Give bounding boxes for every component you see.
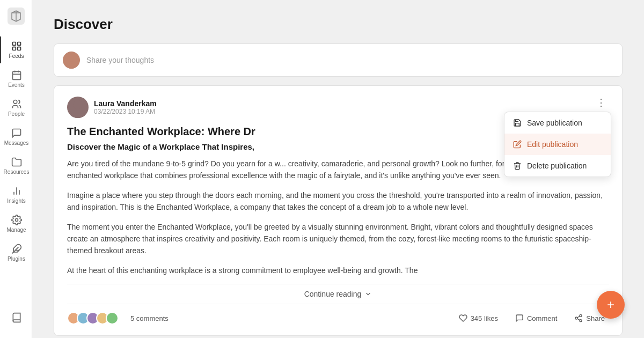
delete-icon bbox=[513, 161, 522, 170]
comment-avatars bbox=[67, 312, 119, 325]
svg-line-24 bbox=[577, 316, 580, 318]
post-card: Laura Vanderkam 03/22/2023 10:19 AM ⋮ Sa… bbox=[54, 85, 623, 336]
author-name: Laura Vanderkam bbox=[94, 99, 157, 108]
post-date: 03/22/2023 10:19 AM bbox=[94, 108, 157, 115]
author-info: Laura Vanderkam 03/22/2023 10:19 AM bbox=[94, 99, 157, 115]
svg-rect-2 bbox=[17, 42, 20, 46]
sidebar-item-events-label: Events bbox=[8, 82, 25, 88]
svg-rect-5 bbox=[12, 71, 20, 79]
svg-line-23 bbox=[577, 319, 580, 320]
create-fab[interactable]: + bbox=[597, 291, 625, 319]
post-body-4: At the heart of this enchanting workplac… bbox=[67, 264, 609, 276]
main-content: Discover Share your thoughts Laura Vande… bbox=[32, 0, 644, 338]
delete-publication-item[interactable]: Delete publication bbox=[504, 155, 611, 177]
sidebar-item-resources-label: Resources bbox=[4, 169, 30, 175]
svg-point-9 bbox=[13, 100, 17, 104]
likes-button[interactable]: 345 likes bbox=[455, 312, 502, 325]
comments-count[interactable]: 5 comments bbox=[130, 314, 169, 322]
sidebar-item-insights[interactable]: Insights bbox=[0, 181, 32, 208]
delete-publication-label: Delete publication bbox=[527, 161, 587, 170]
sidebar-item-plugins-label: Plugins bbox=[8, 256, 25, 262]
svg-point-16 bbox=[68, 54, 75, 62]
share-placeholder: Share your thoughts bbox=[86, 56, 154, 64]
author-avatar bbox=[67, 97, 89, 118]
svg-rect-1 bbox=[12, 42, 16, 46]
heart-icon bbox=[459, 314, 467, 322]
sidebar-item-insights-label: Insights bbox=[7, 198, 25, 204]
save-icon bbox=[513, 119, 522, 127]
sidebar-item-resources[interactable]: Resources bbox=[0, 152, 32, 179]
svg-point-22 bbox=[580, 320, 582, 322]
sidebar-item-people-label: People bbox=[8, 111, 25, 117]
post-body-3: The moment you enter the Enchanted Workp… bbox=[67, 221, 609, 257]
post-footer: 5 comments 345 likes Comment Share bbox=[67, 312, 609, 325]
post-body-2: Imagine a place where you step through t… bbox=[67, 189, 609, 214]
edit-icon bbox=[513, 140, 522, 149]
svg-point-17 bbox=[65, 63, 78, 69]
share-box[interactable]: Share your thoughts bbox=[54, 43, 623, 77]
sidebar-item-people[interactable]: People bbox=[0, 94, 32, 121]
sidebar-item-manage[interactable]: Manage bbox=[0, 210, 32, 237]
edit-publication-item[interactable]: Edit publication bbox=[504, 134, 611, 155]
likes-count: 345 likes bbox=[471, 314, 498, 322]
continue-reading[interactable]: Continue reading bbox=[67, 284, 609, 304]
commenter-avatar-5 bbox=[106, 312, 119, 325]
sidebar-item-messages-label: Messages bbox=[4, 140, 29, 146]
comment-label: Comment bbox=[527, 314, 557, 322]
svg-point-13 bbox=[15, 219, 18, 222]
svg-point-18 bbox=[73, 100, 83, 109]
more-options-button[interactable]: ⋮ bbox=[593, 97, 609, 108]
svg-point-20 bbox=[580, 314, 582, 317]
edit-publication-label: Edit publication bbox=[527, 140, 578, 149]
logo bbox=[6, 6, 26, 26]
comment-icon bbox=[515, 314, 524, 322]
sidebar-item-feeds-label: Feeds bbox=[9, 53, 24, 59]
sidebar-item-feeds[interactable]: Feeds bbox=[0, 36, 32, 63]
post-author: Laura Vanderkam 03/22/2023 10:19 AM bbox=[67, 97, 157, 118]
svg-point-21 bbox=[575, 317, 577, 319]
save-publication-label: Save publication bbox=[527, 119, 582, 127]
footer-actions: 345 likes Comment Share bbox=[455, 312, 609, 325]
comment-button[interactable]: Comment bbox=[511, 312, 561, 325]
svg-rect-4 bbox=[17, 47, 20, 50]
page-title: Discover bbox=[54, 16, 623, 33]
chevron-down-icon bbox=[364, 290, 372, 298]
sidebar-item-plugins[interactable]: Plugins bbox=[0, 239, 32, 266]
sidebar-item-events[interactable]: Events bbox=[0, 65, 32, 92]
sidebar-item-book[interactable] bbox=[8, 308, 24, 327]
share-icon bbox=[574, 314, 583, 322]
svg-rect-3 bbox=[12, 47, 16, 50]
sidebar-item-manage-label: Manage bbox=[6, 227, 26, 233]
current-user-avatar bbox=[63, 52, 80, 69]
save-publication-item[interactable]: Save publication bbox=[504, 112, 611, 134]
sidebar: Feeds Events People Messages Resources I… bbox=[0, 0, 32, 338]
sidebar-item-messages[interactable]: Messages bbox=[0, 123, 32, 150]
svg-point-19 bbox=[69, 112, 86, 118]
dropdown-menu: Save publication Edit publication Delete… bbox=[504, 112, 611, 177]
